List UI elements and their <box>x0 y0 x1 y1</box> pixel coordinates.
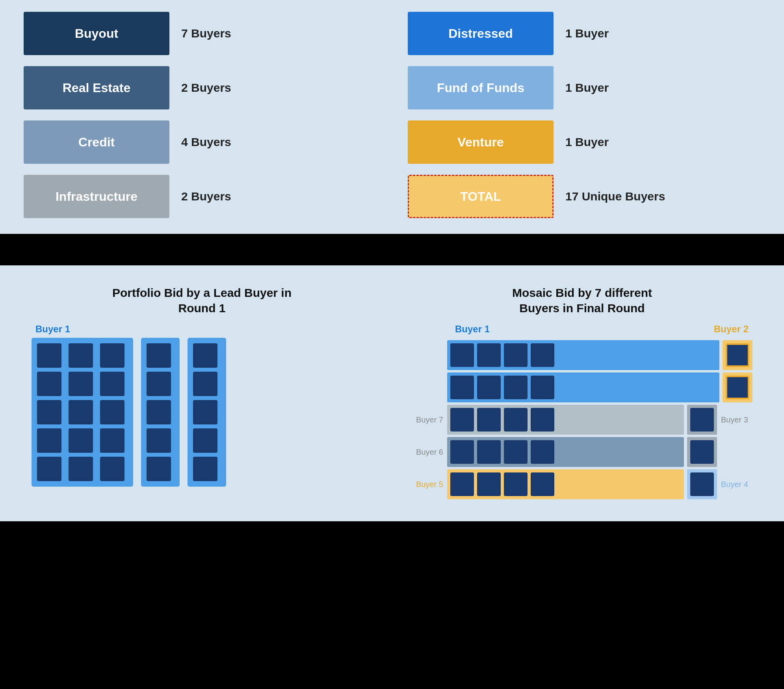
mosaic-buyer3-block-row1 <box>687 405 717 435</box>
portfolio-sq <box>100 372 124 396</box>
infrastructure-buyers: 2 Buyers <box>181 190 244 203</box>
distressed-box: Distressed <box>408 12 554 55</box>
bottom-section: Portfolio Bid by a Lead Buyer inRound 1 … <box>0 265 784 521</box>
mosaic-sq <box>531 343 554 367</box>
portfolio-sq <box>147 400 171 424</box>
mosaic-section: Mosaic Bid by 7 differentBuyers in Final… <box>412 285 752 502</box>
mosaic-buyer3-label: Buyer 3 <box>717 415 752 424</box>
total-row: TOTAL 17 Unique Buyers <box>408 175 760 218</box>
portfolio-sq <box>37 372 61 396</box>
portfolio-sq <box>37 428 61 453</box>
fundoffunds-box: Fund of Funds <box>408 66 554 109</box>
mosaic-buyer2-label: Buyer 2 <box>714 324 749 335</box>
total-box: TOTAL <box>408 175 554 218</box>
mosaic-buyer6-block <box>447 437 684 467</box>
portfolio-sq <box>193 457 217 481</box>
mosaic-sq <box>450 376 474 399</box>
mosaic-buyer1-block-row1 <box>447 340 719 370</box>
portfolio-main-grid <box>32 338 133 487</box>
realestate-row: Real Estate 2 Buyers <box>24 66 376 109</box>
mosaic-buyer2-block-row2 <box>723 372 752 402</box>
mosaic-sq <box>504 343 528 367</box>
infrastructure-row: Infrastructure 2 Buyers <box>24 175 376 218</box>
portfolio-sq <box>147 372 171 396</box>
credit-buyers: 4 Buyers <box>181 135 244 149</box>
portfolio-sq <box>193 428 217 453</box>
fundoffunds-buyers: 1 Buyer <box>565 81 628 94</box>
mosaic-sq <box>477 343 501 367</box>
portfolio-sq <box>193 372 217 396</box>
distressed-buyers: 1 Buyer <box>565 27 628 40</box>
mosaic-buyer1-label: Buyer 1 <box>455 324 490 335</box>
mosaic-buyer1-block-row2 <box>447 372 719 402</box>
portfolio-sq <box>69 428 93 453</box>
mosaic-sq <box>531 376 554 399</box>
portfolio-sq <box>193 400 217 424</box>
top-section: Buyout 7 Buyers Real Estate 2 Buyers Cre… <box>0 0 784 234</box>
mosaic-buyer6-label: Buyer 6 <box>412 448 447 457</box>
portfolio-sq <box>100 400 124 424</box>
mosaic-buyer4-label: Buyer 4 <box>717 480 752 489</box>
infrastructure-label: Infrastructure <box>56 189 137 204</box>
mosaic-row1 <box>412 340 752 370</box>
mosaic-row2 <box>412 372 752 402</box>
mosaic-sq <box>504 408 528 432</box>
mosaic-sq <box>690 408 714 432</box>
credit-box: Credit <box>24 120 169 164</box>
venture-label: Venture <box>457 135 503 150</box>
buyout-row: Buyout 7 Buyers <box>24 12 376 55</box>
mosaic-buyer7-label: Buyer 7 <box>412 415 447 424</box>
venture-row: Venture 1 Buyer <box>408 120 760 164</box>
credit-label: Credit <box>78 135 115 150</box>
portfolio-title: Portfolio Bid by a Lead Buyer inRound 1 <box>32 285 372 316</box>
portfolio-sq <box>100 428 124 453</box>
mosaic-buyer4-block <box>687 469 717 499</box>
left-column: Buyout 7 Buyers Real Estate 2 Buyers Cre… <box>24 12 376 218</box>
portfolio-side-grid1 <box>141 338 180 487</box>
total-label: TOTAL <box>460 189 501 204</box>
buyout-label: Buyout <box>75 26 118 41</box>
credit-row: Credit 4 Buyers <box>24 120 376 164</box>
portfolio-sq <box>69 400 93 424</box>
portfolio-sq <box>100 457 124 481</box>
portfolio-sq <box>37 457 61 481</box>
mosaic-sq <box>726 376 749 399</box>
mosaic-buyer7-block <box>447 405 684 435</box>
portfolio-sq <box>69 343 93 368</box>
mosaic-sq <box>450 472 474 496</box>
realestate-buyers: 2 Buyers <box>181 81 244 94</box>
mosaic-sq <box>531 408 554 432</box>
portfolio-sq <box>147 428 171 453</box>
buyout-buyers: 7 Buyers <box>181 27 244 40</box>
portfolio-sq <box>37 343 61 368</box>
mosaic-title: Mosaic Bid by 7 differentBuyers in Final… <box>412 285 752 316</box>
mosaic-row4: Buyer 6 <box>412 437 752 467</box>
infrastructure-box: Infrastructure <box>24 175 169 218</box>
mosaic-sq <box>450 440 474 464</box>
portfolio-section: Portfolio Bid by a Lead Buyer inRound 1 … <box>32 285 372 502</box>
mosaic-sq <box>450 408 474 432</box>
realestate-label: Real Estate <box>63 81 131 95</box>
right-column: Distressed 1 Buyer Fund of Funds 1 Buyer… <box>408 12 760 218</box>
mosaic-row5: Buyer 5 Buyer 4 <box>412 469 752 499</box>
distressed-label: Distressed <box>448 26 513 41</box>
buyout-box: Buyout <box>24 12 169 55</box>
portfolio-sq <box>147 343 171 368</box>
mosaic-buyer3-block-row2 <box>687 437 717 467</box>
mosaic-sq <box>531 472 554 496</box>
venture-box: Venture <box>408 120 554 164</box>
mosaic-sq <box>726 343 749 367</box>
separator-bar <box>0 234 784 265</box>
mosaic-sq <box>477 408 501 432</box>
portfolio-sq <box>69 457 93 481</box>
fundoffunds-label: Fund of Funds <box>437 81 524 95</box>
mosaic-sq <box>504 440 528 464</box>
mosaic-buyer5-label: Buyer 5 <box>412 480 447 489</box>
portfolio-sq <box>193 343 217 368</box>
distressed-row: Distressed 1 Buyer <box>408 12 760 55</box>
mosaic-sq <box>690 472 714 496</box>
mosaic-sq <box>477 376 501 399</box>
mosaic-buyer5-block <box>447 469 684 499</box>
venture-buyers: 1 Buyer <box>565 135 628 149</box>
mosaic-sq <box>690 440 714 464</box>
